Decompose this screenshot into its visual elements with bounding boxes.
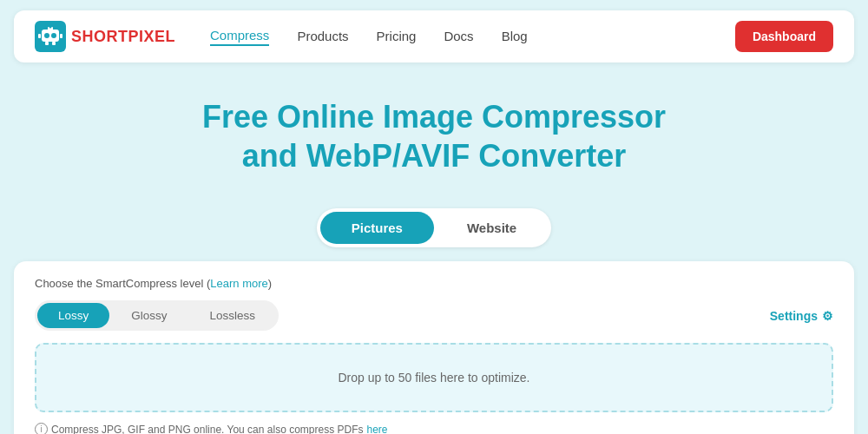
svg-rect-8	[52, 42, 56, 45]
nav-pricing[interactable]: Pricing	[377, 29, 417, 45]
logo-icon	[35, 21, 66, 52]
level-glossy[interactable]: Glossy	[110, 303, 187, 328]
hero-title-line1: Free Online Image Compressor	[202, 99, 666, 135]
learn-more-link[interactable]: Learn more	[210, 277, 267, 290]
hero-title: Free Online Image Compressor and WebP/AV…	[0, 97, 868, 175]
smartcompress-label: Choose the SmartCompress level (Learn mo…	[35, 277, 833, 290]
drop-zone[interactable]: Drop up to 50 files here to optimize.	[35, 343, 833, 412]
tab-pictures[interactable]: Pictures	[320, 212, 434, 244]
footer-note: i Compress JPG, GIF and PNG online. You …	[35, 423, 833, 434]
tab-container: Pictures Website	[317, 208, 551, 247]
svg-point-9	[49, 26, 52, 29]
hero-title-line2: and WebP/AVIF Converter	[242, 138, 627, 174]
footer-note-text: Compress JPG, GIF and PNG online. You ca…	[51, 424, 363, 435]
svg-point-3	[51, 33, 56, 38]
nav-compress[interactable]: Compress	[210, 28, 269, 46]
nav-products[interactable]: Products	[297, 29, 348, 45]
dashboard-button[interactable]: Dashboard	[735, 21, 833, 52]
level-lossy[interactable]: Lossy	[37, 303, 109, 328]
svg-rect-7	[45, 42, 49, 45]
drop-zone-text: Drop up to 50 files here to optimize.	[338, 371, 529, 385]
footer-pdf-link[interactable]: here	[366, 424, 387, 435]
settings-label: Settings	[770, 309, 818, 323]
mode-tabs: Pictures Website	[0, 208, 868, 247]
level-lossless[interactable]: Lossless	[189, 303, 277, 328]
logo-text: SHORTPIXEL	[71, 28, 175, 46]
logo: SHORTPIXEL	[35, 21, 175, 52]
main-card: Choose the SmartCompress level (Learn mo…	[14, 261, 854, 434]
hero-section: Free Online Image Compressor and WebP/AV…	[0, 73, 868, 193]
smart-label-close: )	[268, 277, 272, 290]
tab-website[interactable]: Website	[436, 212, 548, 244]
svg-rect-5	[38, 34, 41, 38]
nav-docs[interactable]: Docs	[444, 29, 473, 45]
nav: Compress Products Pricing Docs Blog	[210, 28, 735, 46]
svg-rect-6	[60, 34, 62, 38]
compress-levels: Lossy Glossy Lossless	[35, 300, 279, 331]
header: SHORTPIXEL Compress Products Pricing Doc…	[14, 10, 854, 62]
smart-label-text: Choose the SmartCompress level (	[35, 277, 210, 290]
logo-pixel: PIXEL	[128, 28, 176, 45]
info-icon: i	[35, 423, 48, 434]
svg-point-2	[44, 33, 49, 38]
compress-controls: Lossy Glossy Lossless Settings ⚙	[35, 300, 833, 331]
settings-button[interactable]: Settings ⚙	[770, 309, 833, 323]
nav-blog[interactable]: Blog	[502, 29, 528, 45]
gear-icon: ⚙	[822, 309, 833, 323]
logo-short: SHORT	[71, 28, 128, 45]
